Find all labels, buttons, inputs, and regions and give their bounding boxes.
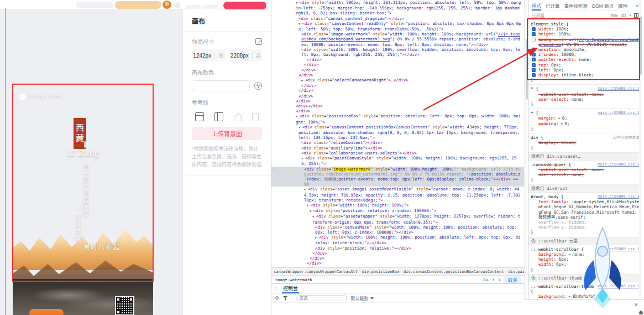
dom-tree-node[interactable]: ▼ <div class="asset image1 assetMoverVis… <box>271 187 524 203</box>
dom-tree-node[interactable]: ▼ <div class="canvasContent-readOnly" st… <box>271 21 524 32</box>
clear-guides-icon[interactable] <box>252 114 259 121</box>
expand-arrow-icon[interactable]: ▼ <box>312 215 316 218</box>
dom-tree-node[interactable]: </div> <box>271 68 524 73</box>
expand-arrow-icon[interactable]: ▼ <box>301 157 305 160</box>
dom-tree-node[interactable]: </div> <box>271 251 524 256</box>
elements-scrollbar[interactable] <box>524 0 528 299</box>
tab-3[interactable]: DOM 断点 <box>592 2 614 9</box>
styles-filter-input[interactable]: 过滤器 <box>532 12 544 18</box>
primary-action-button[interactable] <box>223 2 266 9</box>
dom-tree-node[interactable]: ▼ <div style="width: 100%; height: 100%;… <box>271 203 524 208</box>
css-property[interactable]: overflow-y: hidden; <box>531 225 640 230</box>
tab-console[interactable]: 控制台 <box>282 284 299 293</box>
horizontal-guide-button[interactable] <box>195 112 204 121</box>
dom-tree-node[interactable]: </div> <box>271 73 524 78</box>
dom-tree-node[interactable]: ▼ <div class="canvasContent posistionBox… <box>271 125 524 141</box>
css-property[interactable]: -webkit-user-select: none; <box>531 92 640 97</box>
log-level-dropdown[interactable]: 默认级别 <box>351 295 374 301</box>
stylesheet-link[interactable]: main.cc55008.css:1 <box>598 162 640 167</box>
edit-size-icon[interactable] <box>255 38 262 45</box>
search-input[interactable]: image-watermark <box>271 277 312 282</box>
dom-tree-node[interactable]: <div></div> <box>271 104 524 109</box>
dom-tree-node[interactable]: ▶ <div class="selectCanvasAreaRight">…</… <box>271 78 524 83</box>
dom-tree-node[interactable]: </div> <box>271 62 524 67</box>
dom-tree-node[interactable]: ▶ <div style="width: 100%; height: 100%;… <box>271 235 524 245</box>
console-filter-input[interactable] <box>296 295 347 301</box>
css-property[interactable]: ✓height: 100%; <box>531 32 640 37</box>
hover-state-toggle[interactable]: :hov <box>610 13 617 17</box>
property-checkbox[interactable]: ✓ <box>532 53 536 56</box>
breadcrumb-item[interactable]: div.posistionBox <box>360 270 401 274</box>
next-match-button[interactable]: ∨ <box>498 277 501 282</box>
expand-arrow-icon[interactable]: ▼ <box>304 188 308 191</box>
dom-tree-node[interactable]: </div> <box>271 109 524 113</box>
color-picker-icon[interactable] <box>254 82 262 90</box>
property-checkbox[interactable]: ✓ <box>532 63 536 67</box>
tab-4[interactable]: 属性 <box>618 2 627 9</box>
vertical-guide-button[interactable] <box>214 112 223 121</box>
css-property[interactable]: user-select: none; <box>531 172 640 177</box>
property-checkbox[interactable]: ✓ <box>532 32 536 36</box>
topbar-pill[interactable] <box>185 5 201 9</box>
upload-background-button[interactable]: 上传背景图 <box>192 127 262 140</box>
dom-tree-node[interactable]: ▼ <div style="position: relative; z-inde… <box>271 208 524 214</box>
css-property[interactable]: padding: ▶ 0; <box>531 121 640 126</box>
css-property[interactable]: ✓top: 0px; <box>531 63 640 68</box>
css-property[interactable]: background: url(//js.tuguaishou.com/back… <box>531 37 640 47</box>
dom-tree-node[interactable]: </div> <box>271 99 524 104</box>
dom-tree-node[interactable]: </div> <box>271 94 524 99</box>
expand-arrow-icon[interactable]: ▼ <box>296 115 300 118</box>
dom-tree-node[interactable]: <div class="relineContent"></div> <box>271 140 524 145</box>
css-property[interactable]: user-select: none; <box>531 97 640 102</box>
css-property[interactable]: ✓position: absolute; <box>531 47 640 52</box>
css-property[interactable]: height: 6px; <box>531 257 640 262</box>
stylesheet-link[interactable]: main.cc55008.css:1 <box>598 247 640 252</box>
stylesheet-link[interactable]: main.cc55008.css:1 <box>598 86 640 91</box>
css-property[interactable]: background: ▶ #bfbfbf; <box>531 294 640 299</box>
property-checkbox[interactable]: ✓ <box>532 48 536 51</box>
expand-arrow-icon[interactable]: ▼ <box>296 1 300 4</box>
topbar-pill[interactable] <box>115 1 161 9</box>
tab-2[interactable]: 事件侦听器 <box>564 2 588 9</box>
layout-panel-icon[interactable] <box>634 13 638 18</box>
dom-tree-node[interactable]: <div class="image-watermark" style="widt… <box>271 32 524 47</box>
dom-tree-node[interactable]: <div style="width: 100%; height: 100%; o… <box>271 47 524 57</box>
css-property[interactable]: ✓pointer-events: none; <box>531 57 640 62</box>
stylesheet-link[interactable]: main.cc55008.css:1 <box>598 111 640 116</box>
home-icon[interactable] <box>638 311 643 314</box>
topbar-pill[interactable] <box>203 5 218 9</box>
expand-arrow-icon[interactable]: ▶ <box>569 295 572 298</box>
expand-arrow-icon[interactable]: ▼ <box>307 204 311 207</box>
node-menu-icon[interactable]: ⋯ <box>273 167 275 172</box>
cancel-search-button[interactable]: 取消 <box>504 276 521 283</box>
user-avatar[interactable] <box>162 0 172 9</box>
clear-console-icon[interactable]: ⊘ <box>275 296 279 301</box>
dom-tree-node[interactable]: ▼ <div class="paintCanvaStyle" style="wi… <box>271 156 524 166</box>
dom-tree-node[interactable]: <div style="position: relative;"></div> <box>271 246 524 251</box>
css-property[interactable]: overflow-x: hidden; <box>531 220 640 225</box>
breadcrumb-item[interactable]: canvasWrapper.canvasWrapperCanvasAll <box>271 270 360 274</box>
stylesheet-link[interactable]: main.cc55008.css:1 <box>598 194 640 199</box>
dom-tree-node[interactable]: </div> <box>271 83 524 88</box>
dom-tree-node[interactable]: <div class="canvas_content_dragview"></d… <box>271 16 524 21</box>
poster-canvas[interactable]: YOUR LOGO 西 藏 Xi Zang 除了天堂唯有西藏 ，洗涤灵魂。 限时… <box>13 84 153 315</box>
dom-tree-node[interactable]: ▼ <div class="posistionBox" style="posit… <box>271 113 524 124</box>
tab-styles[interactable]: 样式 <box>532 0 541 11</box>
breadcrumb-item[interactable]: div.canvasContent.posistionBoxCanvasCont… <box>401 270 506 274</box>
width-field[interactable]: 1242px 宽 <box>192 49 225 61</box>
close-icon[interactable]: × <box>635 301 638 308</box>
dom-tree-node[interactable]: </div> <box>271 88 524 93</box>
css-property[interactable]: width: 6px; <box>531 262 640 267</box>
expand-arrow-icon[interactable]: ▶ <box>315 236 319 239</box>
tab-1[interactable]: 已计算 <box>546 2 560 9</box>
property-checkbox[interactable]: ✓ <box>532 73 536 77</box>
dom-tree-node[interactable]: ▼ <div class="assetWrapper" style="width… <box>271 214 524 224</box>
dom-tree-node[interactable]: ⋯<div class="image-watermark" style="wid… <box>271 167 524 187</box>
styles-scrollbar[interactable] <box>639 0 642 299</box>
dom-tree-node[interactable]: </div> <box>271 261 524 266</box>
css-property[interactable]: ✓display: inline-block; <box>531 73 640 78</box>
lock-guides-icon[interactable] <box>234 116 242 121</box>
canvas-color-input[interactable] <box>192 80 250 91</box>
new-rule-button[interactable]: + <box>629 13 631 17</box>
topbar-icon[interactable] <box>174 2 181 8</box>
